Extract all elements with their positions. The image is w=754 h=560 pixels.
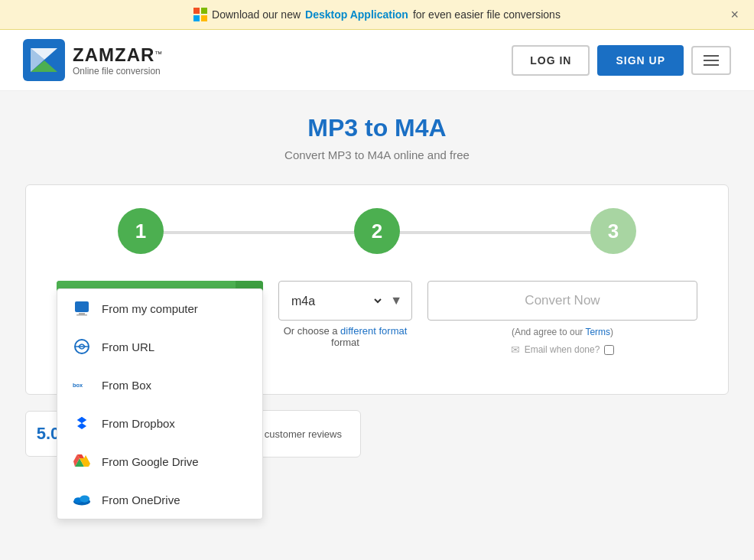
format-area: m4a mp3 wav ogg flac ▼ Or choose a diffe…	[278, 281, 412, 348]
logo-text-area: ZAMZAR™ Online file conversion	[73, 44, 162, 77]
computer-icon	[73, 299, 91, 317]
svg-rect-10	[76, 314, 87, 316]
page-title: MP3 to M4A	[15, 114, 739, 142]
dropdown-item-computer-label: From my computer	[102, 302, 198, 315]
svg-rect-8	[75, 301, 89, 312]
logo-area: ZAMZAR™ Online file conversion	[23, 39, 162, 81]
menu-line-1	[704, 55, 719, 57]
dropdown-item-onedrive-label: From OneDrive	[102, 493, 180, 506]
logo-subtitle: Online file conversion	[73, 66, 162, 77]
logo-brand: ZAMZAR™	[73, 44, 162, 66]
convert-agree-text: (And agree to our Terms)	[427, 327, 697, 337]
banner-close-button[interactable]: ×	[730, 7, 739, 23]
step-2: 2	[354, 208, 400, 254]
onedrive-icon	[73, 490, 91, 509]
svg-rect-4	[23, 39, 65, 81]
email-label: Email when done?	[525, 344, 600, 355]
header: ZAMZAR™ Online file conversion LOG IN SI…	[0, 30, 754, 91]
format-select[interactable]: m4a mp3 wav ogg flac	[288, 294, 384, 308]
steps-row: 1 2 3	[57, 208, 697, 254]
convert-now-area: Convert Now (And agree to our Terms) ✉ E…	[427, 281, 697, 356]
banner-text-before: Download our new	[212, 8, 301, 21]
windows-icon	[193, 8, 207, 21]
email-icon: ✉	[511, 343, 520, 356]
zamzar-logo-icon	[23, 39, 65, 81]
email-checkbox[interactable]	[604, 345, 614, 355]
converter-box: 1 2 3 Choose Files ▼ m4a mp3	[25, 184, 729, 395]
menu-line-2	[704, 60, 719, 61]
menu-line-3	[704, 64, 719, 66]
menu-button[interactable]	[691, 46, 731, 75]
svg-rect-9	[79, 313, 85, 314]
email-row: ✉ Email when done?	[427, 343, 697, 356]
svg-rect-3	[201, 15, 207, 21]
page-content: MP3 to M4A Convert MP3 to M4A online and…	[0, 91, 754, 480]
format-dropdown-arrow: ▼	[390, 294, 402, 308]
top-banner: Download our new Desktop Application for…	[0, 0, 754, 30]
banner-text-after: for even easier file conversions	[413, 8, 561, 21]
step-3: 3	[590, 208, 636, 254]
dropdown-item-url-label: From URL	[102, 340, 154, 353]
dropdown-item-box-label: From Box	[102, 379, 151, 392]
convert-now-button[interactable]: Convert Now	[427, 281, 697, 321]
dropdown-item-onedrive[interactable]: From OneDrive	[57, 480, 262, 519]
dropdown-item-gdrive[interactable]: From Google Drive	[57, 442, 262, 480]
terms-link[interactable]: Terms	[585, 327, 610, 337]
dropdown-item-dropbox-label: From Dropbox	[102, 417, 175, 430]
format-link-text: Or choose a different format format	[284, 325, 408, 348]
page-subtitle: Convert MP3 to M4A online and free	[15, 148, 739, 161]
url-icon	[73, 337, 91, 356]
login-button[interactable]: LOG IN	[512, 45, 590, 76]
gdrive-icon	[73, 452, 91, 470]
svg-marker-15	[77, 417, 86, 423]
dropdown-item-computer[interactable]: From my computer	[57, 289, 262, 327]
dropbox-icon	[73, 414, 91, 432]
banner-link[interactable]: Desktop Application	[305, 8, 408, 21]
dropdown-item-url[interactable]: From URL	[57, 327, 262, 366]
dropdown-menu: From my computer From URL box	[57, 288, 263, 519]
signup-button[interactable]: SIGN UP	[597, 45, 684, 76]
header-actions: LOG IN SIGN UP	[512, 45, 731, 76]
svg-point-24	[80, 495, 89, 502]
svg-rect-0	[193, 8, 200, 14]
dropdown-item-gdrive-label: From Google Drive	[102, 455, 199, 468]
svg-rect-1	[201, 8, 207, 14]
svg-text:box: box	[73, 382, 83, 389]
box-icon: box	[73, 376, 91, 394]
dropdown-item-dropbox[interactable]: From Dropbox	[57, 404, 262, 442]
format-select-wrap[interactable]: m4a mp3 wav ogg flac ▼	[278, 281, 412, 321]
dropdown-item-box[interactable]: box From Box	[57, 366, 262, 404]
svg-rect-2	[193, 15, 200, 21]
step-1: 1	[118, 208, 164, 254]
different-format-link[interactable]: different format	[340, 325, 407, 337]
